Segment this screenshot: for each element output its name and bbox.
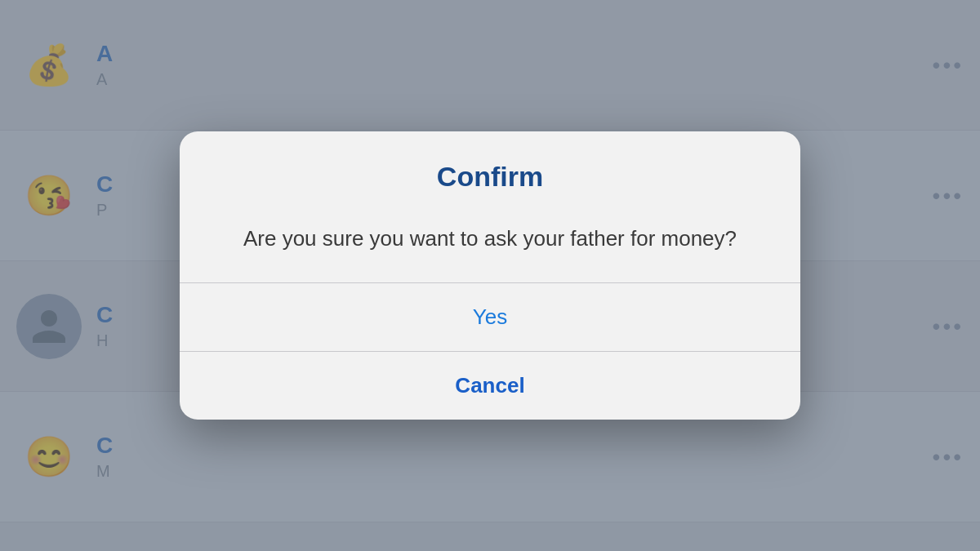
modal-title: Confirm xyxy=(212,161,768,193)
cancel-button[interactable]: Cancel xyxy=(180,352,800,420)
yes-button[interactable]: Yes xyxy=(180,283,800,351)
modal-message: Are you sure you want to ask your father… xyxy=(229,224,751,253)
modal-header: Confirm xyxy=(180,131,800,209)
confirm-dialog: Confirm Are you sure you want to ask you… xyxy=(180,131,800,420)
modal-overlay: Confirm Are you sure you want to ask you… xyxy=(0,0,980,551)
modal-body: Are you sure you want to ask your father… xyxy=(180,209,800,282)
